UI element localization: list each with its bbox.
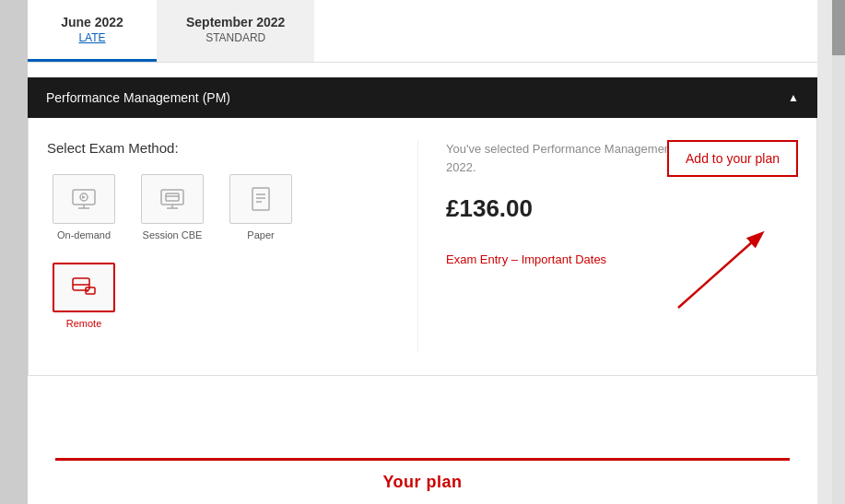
left-panel: Select Exam Method: (47, 140, 418, 353)
add-to-plan-button[interactable]: Add to your plan (667, 140, 798, 177)
tab-bar: June 2022 LATE September 2022 STANDARD (28, 0, 817, 63)
main-panel: June 2022 LATE September 2022 STANDARD P… (28, 0, 817, 504)
method-session-cbe[interactable]: Session CBE (135, 174, 209, 240)
tab-sep2022-subtitle: STANDARD (186, 31, 285, 44)
bottom-bar-text: Your plan (382, 473, 462, 492)
method-on-demand[interactable]: On-demand (47, 174, 121, 240)
page-wrapper: June 2022 LATE September 2022 STANDARD P… (0, 0, 845, 504)
svg-line-19 (678, 234, 761, 308)
tab-june2022[interactable]: June 2022 LATE (28, 0, 157, 62)
on-demand-icon (69, 184, 99, 214)
session-cbe-icon (158, 184, 187, 214)
exam-method-grid-bottom: Remote (47, 263, 399, 329)
svg-rect-10 (252, 188, 269, 210)
svg-rect-8 (166, 193, 179, 201)
tab-sep2022[interactable]: September 2022 STANDARD (157, 0, 314, 62)
left-bg (0, 0, 28, 504)
remote-icon (69, 273, 99, 302)
method-remote[interactable]: Remote (47, 263, 121, 329)
method-on-demand-label: On-demand (57, 229, 111, 240)
right-scrollbar-track[interactable] (832, 0, 845, 504)
section-header-title: Performance Management (PM) (46, 90, 230, 105)
paper-icon (246, 184, 276, 214)
tab-june2022-title: June 2022 (57, 15, 127, 29)
svg-marker-4 (82, 195, 86, 199)
select-method-label: Select Exam Method: (47, 140, 399, 156)
method-session-cbe-icon-box[interactable] (141, 174, 204, 224)
content-area: Select Exam Method: (28, 118, 817, 376)
tab-june2022-subtitle: LATE (57, 31, 127, 44)
method-paper-icon-box[interactable] (229, 174, 292, 224)
section-header[interactable]: Performance Management (PM) ▲ (28, 77, 817, 118)
method-paper-label: Paper (247, 229, 274, 240)
tab-sep2022-title: September 2022 (186, 15, 285, 29)
exam-method-grid-top: On-demand Ses (47, 174, 399, 240)
important-dates-link[interactable]: Exam Entry – Important Dates (446, 252, 606, 266)
method-remote-label: Remote (66, 318, 102, 329)
right-panel: You've selected Performance Management (… (437, 140, 798, 353)
method-remote-icon-box[interactable] (53, 263, 115, 312)
scrollbar-thumb[interactable] (832, 0, 845, 55)
method-paper[interactable]: Paper (224, 174, 298, 240)
method-session-cbe-label: Session CBE (143, 229, 203, 240)
svg-rect-5 (161, 190, 183, 205)
price-row: £136.00 Add to your plan (446, 194, 798, 238)
price-display: £136.00 (446, 194, 533, 223)
collapse-icon[interactable]: ▲ (788, 91, 799, 104)
bottom-bar: Your plan (55, 458, 790, 504)
svg-point-17 (87, 290, 88, 292)
method-on-demand-icon-box[interactable] (53, 174, 115, 224)
